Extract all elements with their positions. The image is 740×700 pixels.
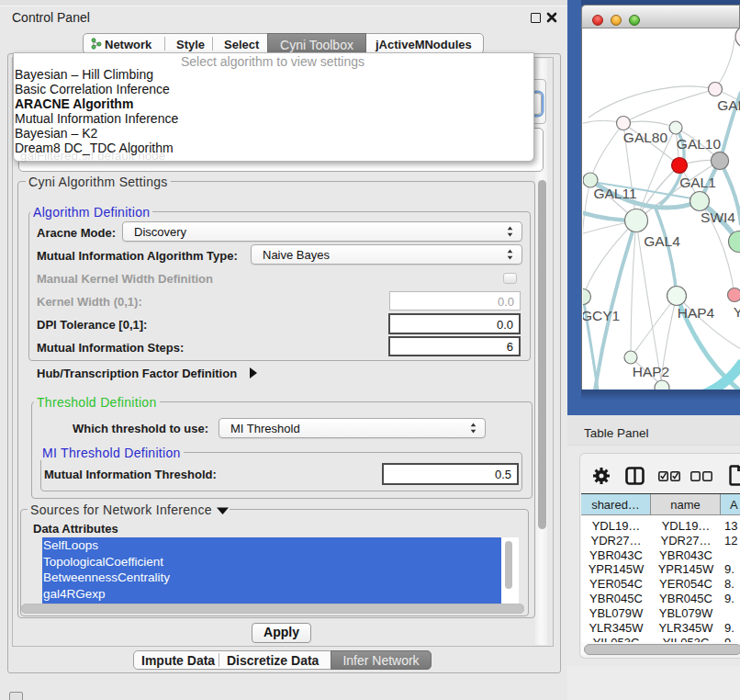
svg-text:GAL10: GAL10 bbox=[677, 136, 722, 152]
svg-text:Y: Y bbox=[734, 304, 740, 320]
svg-text:SWI4: SWI4 bbox=[701, 209, 735, 225]
svg-text:GCY1: GCY1 bbox=[583, 308, 620, 323]
svg-text:GAL1: GAL1 bbox=[679, 175, 716, 190]
svg-text:HAP4: HAP4 bbox=[678, 305, 715, 321]
svg-text:GAL80: GAL80 bbox=[623, 130, 668, 145]
svg-text:GAL11: GAL11 bbox=[593, 186, 636, 201]
svg-text:GAL4: GAL4 bbox=[644, 233, 680, 249]
svg-text:GAL8: GAL8 bbox=[717, 97, 740, 113]
svg-text:HAP2: HAP2 bbox=[633, 364, 670, 379]
